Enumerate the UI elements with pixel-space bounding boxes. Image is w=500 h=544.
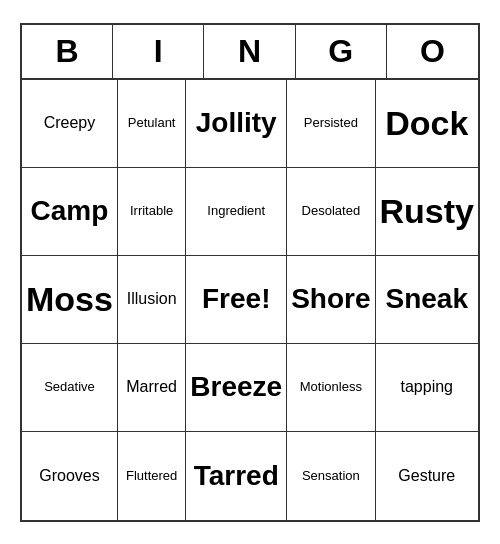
bingo-cell: Marred	[118, 344, 186, 432]
bingo-grid: CreepyPetulantJollityPersistedDockCampIr…	[22, 80, 478, 520]
bingo-cell: Breeze	[186, 344, 287, 432]
cell-text: Free!	[202, 282, 270, 316]
bingo-header: BINGO	[22, 25, 478, 80]
cell-text: Tarred	[194, 459, 279, 493]
bingo-card: BINGO CreepyPetulantJollityPersistedDock…	[20, 23, 480, 522]
bingo-cell: Rusty	[376, 168, 478, 256]
bingo-cell: Desolated	[287, 168, 375, 256]
cell-text: Creepy	[44, 113, 96, 132]
bingo-cell: Illusion	[118, 256, 186, 344]
header-letter: O	[387, 25, 478, 78]
bingo-cell: Shore	[287, 256, 375, 344]
cell-text: Desolated	[302, 203, 361, 219]
bingo-cell: Sneak	[376, 256, 478, 344]
cell-text: Shore	[291, 282, 370, 316]
cell-text: Fluttered	[126, 468, 177, 484]
bingo-cell: Petulant	[118, 80, 186, 168]
header-letter: N	[204, 25, 295, 78]
bingo-cell: Motionless	[287, 344, 375, 432]
bingo-cell: Persisted	[287, 80, 375, 168]
bingo-cell: Irritable	[118, 168, 186, 256]
cell-text: Sensation	[302, 468, 360, 484]
cell-text: Petulant	[128, 115, 176, 131]
bingo-cell: Tarred	[186, 432, 287, 520]
bingo-cell: Camp	[22, 168, 118, 256]
bingo-cell: Sedative	[22, 344, 118, 432]
bingo-cell: Moss	[22, 256, 118, 344]
bingo-cell: Fluttered	[118, 432, 186, 520]
header-letter: G	[296, 25, 387, 78]
bingo-cell: Creepy	[22, 80, 118, 168]
cell-text: Irritable	[130, 203, 173, 219]
header-letter: I	[113, 25, 204, 78]
cell-text: Camp	[31, 194, 109, 228]
bingo-cell: Dock	[376, 80, 478, 168]
cell-text: Sneak	[386, 282, 469, 316]
bingo-cell: Ingredient	[186, 168, 287, 256]
bingo-cell: Free!	[186, 256, 287, 344]
cell-text: Moss	[26, 279, 113, 320]
cell-text: Jollity	[196, 106, 277, 140]
bingo-cell: Grooves	[22, 432, 118, 520]
cell-text: Grooves	[39, 466, 99, 485]
header-letter: B	[22, 25, 113, 78]
cell-text: Illusion	[127, 289, 177, 308]
cell-text: Motionless	[300, 379, 362, 395]
bingo-cell: Jollity	[186, 80, 287, 168]
cell-text: Dock	[385, 103, 468, 144]
cell-text: Rusty	[380, 191, 474, 232]
bingo-cell: tapping	[376, 344, 478, 432]
bingo-cell: Gesture	[376, 432, 478, 520]
cell-text: Breeze	[190, 370, 282, 404]
cell-text: Ingredient	[207, 203, 265, 219]
cell-text: tapping	[401, 377, 454, 396]
cell-text: Sedative	[44, 379, 95, 395]
cell-text: Gesture	[398, 466, 455, 485]
cell-text: Marred	[126, 377, 177, 396]
bingo-cell: Sensation	[287, 432, 375, 520]
cell-text: Persisted	[304, 115, 358, 131]
